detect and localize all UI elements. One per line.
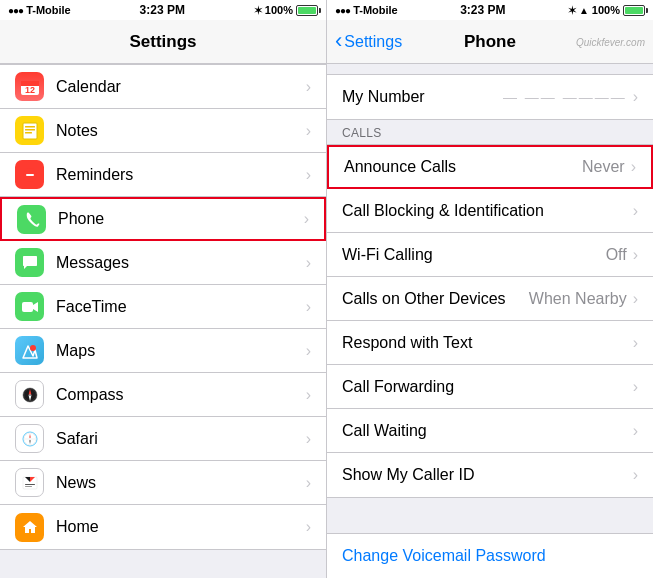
messages-label: Messages	[56, 254, 306, 272]
signal-dots: ●●●	[8, 5, 23, 16]
top-spacer	[327, 64, 653, 74]
call-forwarding-chevron: ›	[633, 378, 638, 396]
svg-rect-30	[25, 486, 32, 487]
my-number-item[interactable]: My Number — —— ———— ›	[327, 75, 653, 119]
call-waiting-chevron: ›	[633, 422, 638, 440]
news-label: News	[56, 474, 306, 492]
battery-bar-right	[623, 5, 645, 16]
messages-icon	[15, 248, 44, 277]
notes-icon	[15, 116, 44, 145]
facetime-label: FaceTime	[56, 298, 306, 316]
calls-section-header: CALLS	[327, 120, 653, 144]
svg-rect-29	[25, 484, 35, 485]
svg-point-19	[29, 394, 31, 396]
calls-other-devices-label: Calls on Other Devices	[342, 290, 529, 308]
my-number-chevron: ›	[633, 88, 638, 106]
sidebar-item-phone[interactable]: Phone ›	[0, 197, 326, 241]
voicemail-group: Change Voicemail Password	[327, 533, 653, 578]
status-right-right: ✶ ▲ 100%	[568, 4, 645, 16]
sidebar-item-calendar[interactable]: 12 Calendar ›	[0, 65, 326, 109]
page-title-right: Phone	[464, 32, 516, 52]
safari-chevron: ›	[306, 430, 311, 448]
phone-label: Phone	[58, 210, 304, 228]
announce-calls-label: Announce Calls	[344, 158, 582, 176]
sidebar-item-compass[interactable]: Compass ›	[0, 373, 326, 417]
respond-with-text-chevron: ›	[633, 334, 638, 352]
show-caller-id-label: Show My Caller ID	[342, 466, 633, 484]
battery-level-right: 100%	[592, 4, 620, 16]
sidebar-item-facetime[interactable]: FaceTime ›	[0, 285, 326, 329]
compass-icon	[15, 380, 44, 409]
announce-calls-item[interactable]: Announce Calls Never ›	[327, 145, 653, 189]
my-number-label: My Number	[342, 88, 503, 106]
sidebar-item-reminders[interactable]: Reminders ›	[0, 153, 326, 197]
carrier-name-right: T-Mobile	[353, 4, 398, 16]
svg-rect-10	[26, 174, 34, 176]
call-waiting-item[interactable]: Call Waiting ›	[327, 409, 653, 453]
compass-chevron: ›	[306, 386, 311, 404]
safari-label: Safari	[56, 430, 306, 448]
svg-text:12: 12	[24, 85, 34, 95]
wifi-calling-item[interactable]: Wi-Fi Calling Off ›	[327, 233, 653, 277]
page-title-left: Settings	[129, 32, 196, 52]
carrier-name: T-Mobile	[26, 4, 71, 16]
announce-calls-value: Never	[582, 158, 625, 176]
svg-point-14	[30, 345, 36, 351]
status-left: ●●● T-Mobile	[8, 4, 71, 16]
time-right: 3:23 PM	[460, 3, 505, 17]
announce-calls-chevron: ›	[631, 158, 636, 176]
nav-bar-left: Settings	[0, 20, 326, 64]
sidebar-item-home[interactable]: Home ›	[0, 505, 326, 549]
battery-level-left: 100%	[265, 4, 293, 16]
call-blocking-label: Call Blocking & Identification	[342, 202, 633, 220]
sidebar-item-news[interactable]: News ›	[0, 461, 326, 505]
calendar-chevron: ›	[306, 78, 311, 96]
notes-chevron: ›	[306, 122, 311, 140]
settings-group-main: 12 Calendar › Notes ›	[0, 64, 326, 550]
compass-label: Compass	[56, 386, 306, 404]
status-right-left: ●●● T-Mobile	[335, 4, 398, 16]
facetime-icon	[15, 292, 44, 321]
news-icon	[15, 468, 44, 497]
signal-dots-right: ●●●	[335, 5, 350, 16]
home-chevron: ›	[306, 518, 311, 536]
svg-rect-11	[22, 302, 33, 312]
calendar-icon: 12	[15, 72, 44, 101]
svg-rect-6	[25, 126, 35, 128]
settings-list: 12 Calendar › Notes ›	[0, 64, 326, 578]
my-number-value: — —— ————	[503, 89, 627, 105]
respond-with-text-label: Respond with Text	[342, 334, 633, 352]
maps-label: Maps	[56, 342, 306, 360]
bluetooth-icon-right: ✶	[568, 5, 576, 16]
reminders-chevron: ›	[306, 166, 311, 184]
watermark-text: Quickfever.com	[576, 36, 645, 47]
calls-other-devices-value: When Nearby	[529, 290, 627, 308]
sidebar-item-safari[interactable]: Safari ›	[0, 417, 326, 461]
change-voicemail-item[interactable]: Change Voicemail Password	[327, 534, 653, 578]
notes-label: Notes	[56, 122, 306, 140]
svg-marker-12	[33, 302, 38, 312]
wifi-calling-value: Off	[606, 246, 627, 264]
calls-other-devices-chevron: ›	[633, 290, 638, 308]
reminders-label: Reminders	[56, 166, 306, 184]
call-blocking-item[interactable]: Call Blocking & Identification ›	[327, 189, 653, 233]
sidebar-item-notes[interactable]: Notes ›	[0, 109, 326, 153]
change-voicemail-label: Change Voicemail Password	[342, 547, 638, 565]
call-blocking-chevron: ›	[633, 202, 638, 220]
battery-bar-left	[296, 5, 318, 16]
respond-with-text-item[interactable]: Respond with Text ›	[327, 321, 653, 365]
show-caller-id-item[interactable]: Show My Caller ID ›	[327, 453, 653, 497]
status-bar-right: ●●● T-Mobile 3:23 PM ✶ ▲ 100%	[327, 0, 653, 20]
back-button[interactable]: ‹ Settings	[335, 32, 402, 52]
maps-icon	[15, 336, 44, 365]
sidebar-item-maps[interactable]: Maps ›	[0, 329, 326, 373]
news-chevron: ›	[306, 474, 311, 492]
sidebar-item-messages[interactable]: Messages ›	[0, 241, 326, 285]
time-left: 3:23 PM	[140, 3, 185, 17]
facetime-chevron: ›	[306, 298, 311, 316]
phone-icon	[17, 205, 46, 234]
my-number-group: My Number — —— ———— ›	[327, 74, 653, 120]
settings-panel: ●●● T-Mobile 3:23 PM ✶ 100% Settings	[0, 0, 327, 578]
calls-other-devices-item[interactable]: Calls on Other Devices When Nearby ›	[327, 277, 653, 321]
call-forwarding-item[interactable]: Call Forwarding ›	[327, 365, 653, 409]
